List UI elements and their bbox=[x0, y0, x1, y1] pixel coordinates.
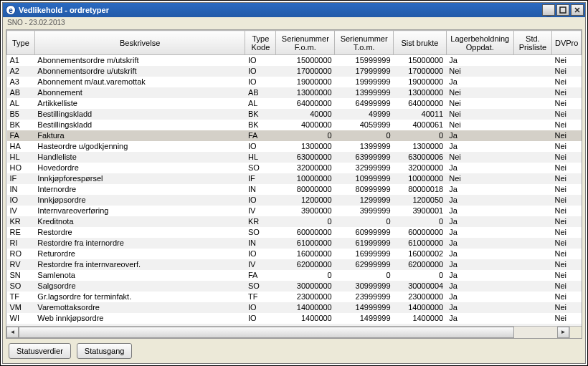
cell-lager: Ja bbox=[446, 195, 513, 206]
scroll-thumb[interactable] bbox=[19, 327, 514, 338]
statusgang-button[interactable]: Statusgang bbox=[77, 343, 133, 359]
cell-beskrivelse: Restordre fra internvareoverf. bbox=[34, 259, 245, 270]
cell-std bbox=[513, 313, 551, 324]
table-row[interactable]: A3Abonnement m/aut.varemottakIO190000001… bbox=[7, 77, 582, 87]
titlebar[interactable]: e Vedlikehold - ordretyper _ bbox=[3, 3, 585, 17]
table-row[interactable]: RVRestordre fra internvareoverf.IV620000… bbox=[7, 259, 582, 270]
data-grid[interactable]: TypeBeskrivelseType KodeSerienummer F.o.… bbox=[6, 29, 582, 339]
cell-fom: 0 bbox=[276, 130, 335, 141]
table-row[interactable]: IOInnkjøpsordreIO120000012999991200050Ja… bbox=[7, 195, 582, 206]
table-row[interactable]: ALArtikkellisteAL64000000649999996400000… bbox=[7, 98, 582, 109]
table-row[interactable]: SOSalgsordreSO300000003099999930000004Ja… bbox=[7, 281, 582, 292]
scroll-left-button[interactable]: ◄ bbox=[6, 327, 19, 338]
cell-beskrivelse: Web innkjøpsordre bbox=[34, 313, 245, 324]
column-header-dvpro[interactable]: DVPro bbox=[552, 31, 582, 55]
cell-tom: 1499999 bbox=[335, 313, 394, 324]
cell-dvpro: Nei bbox=[552, 184, 582, 195]
table-row[interactable]: B5BestillingskladdBK400004999940011NeiNe… bbox=[7, 109, 582, 120]
column-header-std[interactable]: Std. Prisliste bbox=[513, 31, 551, 55]
cell-dvpro: Nei bbox=[552, 259, 582, 270]
column-header-sist[interactable]: Sist brukte bbox=[394, 31, 447, 55]
cell-dvpro: Nei bbox=[552, 206, 582, 216]
cell-fom: 13000000 bbox=[276, 87, 335, 98]
table-row[interactable]: VMVaremottaksordreIO14000000149999991400… bbox=[7, 302, 582, 313]
minimize-button[interactable]: _ bbox=[542, 4, 555, 16]
table-row[interactable]: TFGr.lagsordre for terminfakt.TF23000000… bbox=[7, 292, 582, 302]
table-row[interactable]: BKBestillingskladdBK40000004059999400006… bbox=[7, 120, 582, 130]
cell-fom: 19000000 bbox=[276, 77, 335, 87]
cell-fom: 30000000 bbox=[276, 281, 335, 292]
table-row[interactable]: A2Abonnementsordre u/utskriftIO170000001… bbox=[7, 66, 582, 77]
cell-lager: Ja bbox=[446, 259, 513, 270]
table-row[interactable]: RERestordreSO600000006099999960000000JaN… bbox=[7, 227, 582, 238]
column-header-type[interactable]: Type bbox=[7, 31, 35, 55]
cell-typekode: IO bbox=[245, 77, 276, 87]
cell-sist: 60000000 bbox=[394, 227, 447, 238]
cell-std bbox=[513, 238, 551, 249]
cell-sist: 10000000 bbox=[394, 173, 447, 184]
cell-type: RI bbox=[7, 238, 35, 249]
table-row[interactable]: KRKreditnotaKR000JaNei bbox=[7, 216, 582, 227]
table-row[interactable]: FAFakturaFA000JaNei bbox=[7, 130, 582, 141]
table-row[interactable]: HOHovedordreSO320000003299999932000000Ja… bbox=[7, 163, 582, 173]
column-header-fom[interactable]: Serienummer F.o.m. bbox=[276, 31, 335, 55]
cell-dvpro: Nei bbox=[552, 173, 582, 184]
column-header-typekode[interactable]: Type Kode bbox=[245, 31, 276, 55]
cell-std bbox=[513, 259, 551, 270]
table-row[interactable]: A1Abonnementsordre m/utskriftIO150000001… bbox=[7, 55, 582, 66]
cell-fom: 80000000 bbox=[276, 184, 335, 195]
cell-fom: 63000000 bbox=[276, 152, 335, 163]
cell-tom: 3999999 bbox=[335, 206, 394, 216]
column-header-lager[interactable]: Lagerbeholdning Oppdat. bbox=[446, 31, 513, 55]
cell-tom: 30999999 bbox=[335, 281, 394, 292]
column-header-beskrivelse[interactable]: Beskrivelse bbox=[34, 31, 245, 55]
table-row[interactable]: ABAbonnementAB130000001399999913000000Ne… bbox=[7, 87, 582, 98]
table-row[interactable]: IVInternvareoverføringIV3900000399999939… bbox=[7, 206, 582, 216]
cell-fom: 60000000 bbox=[276, 227, 335, 238]
cell-fom: 1300000 bbox=[276, 141, 335, 152]
cell-sist: 61000000 bbox=[394, 238, 447, 249]
cell-sist: 16000002 bbox=[394, 249, 447, 259]
cell-fom: 17000000 bbox=[276, 66, 335, 77]
table-row[interactable]: ROReturordreIO160000001699999916000002Ja… bbox=[7, 249, 582, 259]
cell-dvpro: Nei bbox=[552, 66, 582, 77]
cell-typekode: IN bbox=[245, 238, 276, 249]
cell-dvpro: Nei bbox=[552, 292, 582, 302]
cell-type: AB bbox=[7, 87, 35, 98]
cell-lager: Ja bbox=[446, 141, 513, 152]
cell-sist: 63000006 bbox=[394, 152, 447, 163]
table-row[interactable]: HLHandlelisteHL630000006399999963000006N… bbox=[7, 152, 582, 163]
cell-beskrivelse: Salgsordre bbox=[34, 281, 245, 292]
cell-typekode: BK bbox=[245, 120, 276, 130]
cell-sist: 0 bbox=[394, 130, 447, 141]
cell-lager: Ja bbox=[446, 292, 513, 302]
table-row[interactable]: INInternordreIN800000008099999980000018J… bbox=[7, 184, 582, 195]
cell-beskrivelse: Restordre fra internordre bbox=[34, 238, 245, 249]
cell-tom: 23999999 bbox=[335, 292, 394, 302]
table-row[interactable]: WIWeb innkjøpsordreIO1400000149999914000… bbox=[7, 313, 582, 324]
cell-lager: Ja bbox=[446, 302, 513, 313]
cell-tom: 10999999 bbox=[335, 173, 394, 184]
statusverdier-button[interactable]: Statusverdier bbox=[9, 343, 71, 359]
close-button[interactable] bbox=[571, 4, 584, 16]
cell-sist: 3900001 bbox=[394, 206, 447, 216]
cell-beskrivelse: Restordre bbox=[34, 227, 245, 238]
table-row[interactable]: SNSamlenotaFA000JaNei bbox=[7, 270, 582, 281]
cell-type: SO bbox=[7, 281, 35, 292]
table-row[interactable]: RIRestordre fra internordreIN61000000619… bbox=[7, 238, 582, 249]
maximize-button[interactable] bbox=[556, 4, 569, 16]
cell-sist: 32000000 bbox=[394, 163, 447, 173]
cell-beskrivelse: Bestillingskladd bbox=[34, 120, 245, 130]
column-header-tom[interactable]: Serienummer T.o.m. bbox=[335, 31, 394, 55]
cell-lager: Ja bbox=[446, 55, 513, 66]
scroll-right-button[interactable]: ► bbox=[557, 327, 569, 338]
horizontal-scrollbar[interactable]: ◄ ► bbox=[6, 326, 582, 338]
scroll-track[interactable] bbox=[19, 327, 557, 338]
cell-fom: 16000000 bbox=[276, 249, 335, 259]
table-row[interactable]: IFInnkjøpforespørselIF100000001099999910… bbox=[7, 173, 582, 184]
column-headers[interactable]: TypeBeskrivelseType KodeSerienummer F.o.… bbox=[7, 31, 582, 55]
cell-dvpro: Nei bbox=[552, 152, 582, 163]
table-row[interactable]: HAHasteordre u/godkjenningIO130000013999… bbox=[7, 141, 582, 152]
cell-lager: Nei bbox=[446, 98, 513, 109]
cell-sist: 80000018 bbox=[394, 184, 447, 195]
